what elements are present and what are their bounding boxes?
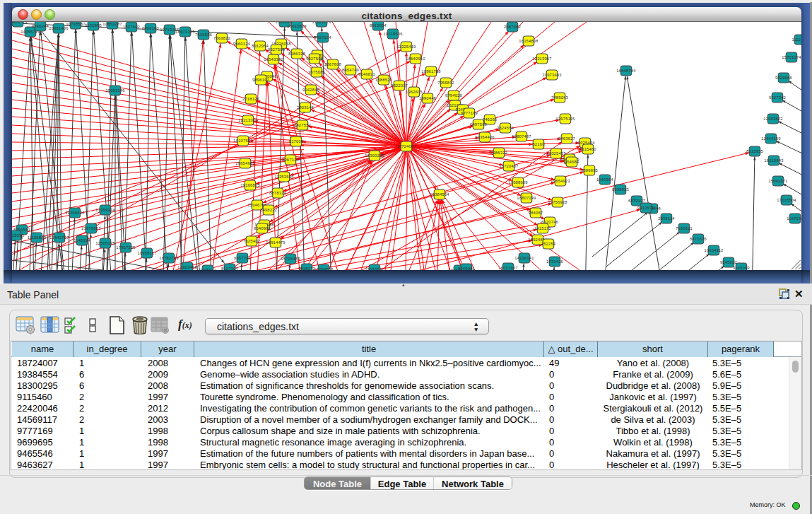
svg-text:62160: 62160 <box>532 142 544 146</box>
svg-text:9245081: 9245081 <box>458 267 475 270</box>
svg-text:8267130: 8267130 <box>282 158 299 162</box>
svg-text:2718126: 2718126 <box>242 97 259 101</box>
svg-text:9245093: 9245093 <box>733 266 750 270</box>
svg-text:252254: 252254 <box>541 242 556 246</box>
svg-text:9463627: 9463627 <box>558 136 575 141</box>
svg-text:20483723: 20483723 <box>12 22 28 24</box>
svg-text:9660124: 9660124 <box>233 42 251 46</box>
svg-text:9527508: 9527508 <box>306 57 323 61</box>
svg-text:9242848: 9242848 <box>302 88 319 92</box>
svg-text:7357224: 7357224 <box>314 35 332 40</box>
svg-text:11381273: 11381273 <box>312 22 331 24</box>
svg-text:15720407: 15720407 <box>499 164 518 168</box>
svg-text:19166825: 19166825 <box>240 183 259 187</box>
svg-text:8454749: 8454749 <box>342 68 359 72</box>
svg-text:11030571: 11030571 <box>365 267 384 270</box>
svg-text:1527602: 1527602 <box>123 25 140 29</box>
svg-text:2935114: 2935114 <box>658 216 675 221</box>
svg-text:10853287: 10853287 <box>102 22 122 26</box>
svg-text:17359924: 17359924 <box>95 208 115 212</box>
svg-text:1362615: 1362615 <box>406 90 423 94</box>
svg-text:6497568: 6497568 <box>470 122 487 127</box>
svg-text:16671355: 16671355 <box>175 30 194 34</box>
svg-text:984067: 984067 <box>529 211 543 215</box>
svg-text:6794028: 6794028 <box>445 93 462 98</box>
svg-text:7625402: 7625402 <box>243 239 260 243</box>
svg-text:12942757: 12942757 <box>49 235 69 240</box>
svg-text:7632621: 7632621 <box>676 226 693 230</box>
svg-text:15716485: 15716485 <box>281 257 300 261</box>
svg-text:9115460: 9115460 <box>579 147 596 151</box>
svg-text:19756928: 19756928 <box>548 200 567 204</box>
svg-text:12923446: 12923446 <box>177 265 196 269</box>
svg-text:16021907: 16021907 <box>498 266 517 270</box>
svg-text:12975115: 12975115 <box>556 117 575 121</box>
svg-text:12213369: 12213369 <box>238 118 257 122</box>
svg-text:8127304: 8127304 <box>221 267 239 270</box>
svg-text:16782759: 16782759 <box>159 256 178 260</box>
svg-text:8878334: 8878334 <box>269 191 287 195</box>
svg-text:10807487: 10807487 <box>512 134 531 139</box>
svg-text:10284556: 10284556 <box>314 267 333 270</box>
svg-text:7986322: 7986322 <box>490 151 507 155</box>
svg-text:10107553: 10107553 <box>233 139 252 143</box>
svg-text:18724007: 18724007 <box>396 144 416 148</box>
svg-text:8540991: 8540991 <box>254 226 271 230</box>
svg-text:6466160: 6466160 <box>142 26 159 30</box>
svg-text:19654985: 19654985 <box>235 161 254 165</box>
svg-text:617006: 617006 <box>289 139 304 144</box>
svg-text:12444159: 12444159 <box>761 136 780 141</box>
svg-text:9410573: 9410573 <box>637 206 654 210</box>
svg-text:15692971: 15692971 <box>768 179 787 183</box>
svg-text:12505135: 12505135 <box>95 241 114 245</box>
svg-text:9245652: 9245652 <box>720 260 737 264</box>
svg-text:17957255: 17957255 <box>116 245 135 250</box>
svg-text:1615132: 1615132 <box>534 226 551 230</box>
svg-text:10688609: 10688609 <box>508 180 527 185</box>
svg-text:18807249: 18807249 <box>517 196 536 200</box>
svg-text:16154808: 16154808 <box>519 39 538 43</box>
svg-text:9162895: 9162895 <box>85 23 102 28</box>
svg-text:3915093: 3915093 <box>12 233 24 238</box>
svg-text:23975867: 23975867 <box>81 226 100 230</box>
svg-text:18300295: 18300295 <box>365 153 384 158</box>
svg-text:9896102: 9896102 <box>252 78 269 82</box>
svg-text:1990448: 1990448 <box>419 96 436 100</box>
svg-text:19384554: 19384554 <box>430 192 449 197</box>
svg-text:8813054: 8813054 <box>370 23 387 28</box>
svg-text:16648784: 16648784 <box>616 69 636 73</box>
svg-text:8427552: 8427552 <box>294 123 311 127</box>
svg-text:8938923: 8938923 <box>612 187 629 192</box>
svg-text:10958117: 10958117 <box>138 251 157 255</box>
svg-text:6879197: 6879197 <box>628 199 645 203</box>
svg-text:9527509: 9527509 <box>268 47 285 52</box>
svg-text:11353594: 11353594 <box>275 175 295 179</box>
svg-text:2867608: 2867608 <box>324 62 341 66</box>
svg-text:1145194: 1145194 <box>73 238 90 243</box>
svg-text:1498222: 1498222 <box>260 208 277 212</box>
svg-text:9777169: 9777169 <box>461 111 478 115</box>
svg-text:9457791: 9457791 <box>234 256 251 260</box>
svg-text:8186328: 8186328 <box>288 52 305 56</box>
svg-text:1640954: 1640954 <box>596 177 614 182</box>
svg-text:20691406: 20691406 <box>49 26 68 30</box>
svg-text:7515526: 7515526 <box>195 33 212 37</box>
svg-text:29053346: 29053346 <box>105 88 124 93</box>
svg-text:9699695: 9699695 <box>581 168 598 173</box>
svg-text:16210643: 16210643 <box>764 158 783 163</box>
svg-text:8912954: 8912954 <box>252 44 269 48</box>
svg-text:7485063: 7485063 <box>551 95 568 100</box>
svg-text:16543382: 16543382 <box>264 57 283 62</box>
svg-text:9518272: 9518272 <box>298 267 315 270</box>
svg-text:954684: 954684 <box>565 160 579 164</box>
svg-text:7663822: 7663822 <box>213 36 230 40</box>
svg-text:9546344: 9546344 <box>32 24 49 28</box>
svg-text:8322037: 8322037 <box>391 83 408 88</box>
svg-text:1588520: 1588520 <box>375 78 392 82</box>
svg-text:8471676: 8471676 <box>690 237 707 241</box>
svg-text:3675685: 3675685 <box>308 70 325 74</box>
svg-text:20364436: 20364436 <box>475 135 494 139</box>
svg-text:1167534: 1167534 <box>787 216 801 221</box>
svg-text:12093822: 12093822 <box>763 117 782 121</box>
svg-text:746266: 746266 <box>483 117 498 122</box>
